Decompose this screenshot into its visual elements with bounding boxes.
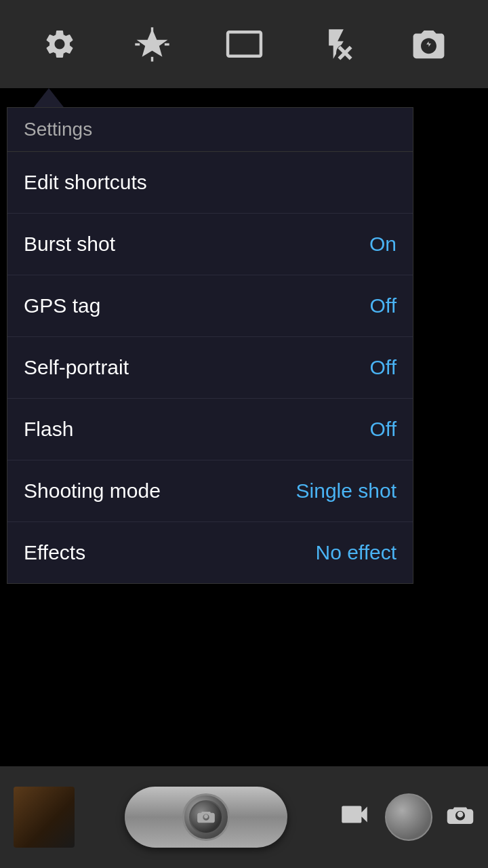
small-camera-icon[interactable]	[446, 800, 474, 835]
effects-item[interactable]: Effects No effect	[7, 522, 413, 583]
toolbar	[0, 0, 488, 88]
bottom-right-controls	[338, 793, 474, 841]
burst-shot-item[interactable]: Burst shot On	[7, 214, 413, 275]
flash-label: Flash	[24, 418, 73, 441]
bottom-bar	[0, 766, 488, 868]
effects-label: Effects	[24, 541, 85, 564]
settings-header: Settings	[7, 108, 413, 152]
shutter-pill	[125, 787, 287, 848]
flash-value: Off	[370, 418, 396, 441]
settings-pointer	[34, 88, 64, 107]
shooting-mode-value: Single shot	[296, 479, 396, 502]
shooting-mode-item[interactable]: Shooting mode Single shot	[7, 460, 413, 522]
burst-shot-value: On	[369, 233, 396, 256]
gps-tag-item[interactable]: GPS tag Off	[7, 275, 413, 337]
settings-icon[interactable]	[33, 17, 87, 71]
last-photo-thumbnail[interactable]	[14, 787, 75, 848]
self-portrait-label: Self-portrait	[24, 356, 129, 379]
burst-shot-label: Burst shot	[24, 233, 115, 256]
settings-panel: Settings Edit shortcuts Burst shot On GP…	[7, 107, 413, 584]
self-portrait-value: Off	[370, 356, 396, 379]
effects-value: No effect	[315, 541, 396, 564]
switch-camera-circle-button[interactable]	[385, 793, 432, 841]
flash-item[interactable]: Flash Off	[7, 399, 413, 460]
svg-rect-4	[228, 32, 261, 56]
aspect-ratio-icon[interactable]	[217, 17, 271, 71]
gps-tag-label: GPS tag	[24, 294, 100, 317]
edit-shortcuts-label: Edit shortcuts	[24, 171, 147, 193]
gps-tag-value: Off	[370, 294, 396, 317]
flash-off-icon[interactable]	[309, 17, 363, 71]
video-button[interactable]	[338, 797, 371, 837]
self-portrait-item[interactable]: Self-portrait Off	[7, 337, 413, 399]
hdr-icon[interactable]	[125, 17, 179, 71]
shutter-button[interactable]	[182, 793, 230, 841]
shutter-inner	[189, 800, 223, 834]
edit-shortcuts-item[interactable]: Edit shortcuts	[7, 152, 413, 214]
shooting-mode-label: Shooting mode	[24, 479, 161, 502]
switch-camera-icon[interactable]	[401, 17, 455, 71]
